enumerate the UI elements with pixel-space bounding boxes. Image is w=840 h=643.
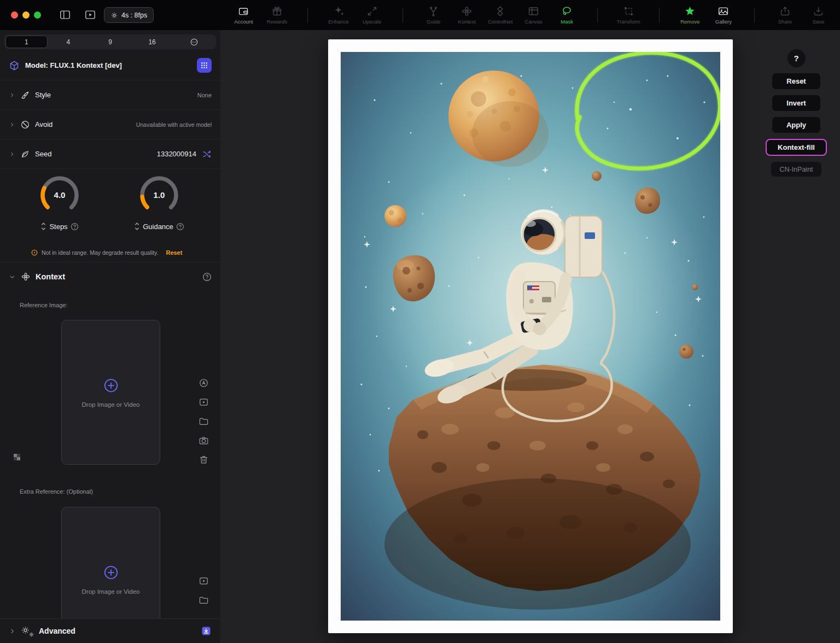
mask-apply-button[interactable]: Apply (772, 117, 820, 133)
kontext-fill-button[interactable]: Kontext-fill (766, 139, 827, 156)
chevron-right-icon (9, 628, 16, 635)
toolbar-divider (659, 8, 660, 23)
style-value: None (197, 92, 212, 98)
sampler-settings: 4.0 Steps 1.0 Guidance (0, 169, 220, 262)
toolbar-item-mask[interactable]: Mask (551, 5, 583, 25)
canvas-image[interactable] (328, 39, 733, 633)
toolbar-item-remove[interactable]: Remove (674, 5, 706, 25)
sidebar-toggle-icon[interactable] (59, 9, 71, 21)
warning-text: Not in ideal range. May degrade result q… (42, 249, 158, 256)
photo-icon[interactable] (199, 397, 209, 407)
video-icon[interactable] (84, 9, 96, 21)
batch-option-more[interactable] (173, 36, 215, 48)
import-purple-icon[interactable] (201, 626, 212, 636)
toolbar-divider (402, 8, 403, 23)
question-icon[interactable] (176, 223, 184, 231)
dropzone-label: Drop Image or Video (82, 401, 140, 408)
app-window: 4s : 8fps Account Rewards Enhance (0, 0, 840, 643)
batch-size-segmented-control: 1 4 9 16 (4, 34, 216, 49)
chevron-right-icon (9, 151, 15, 157)
trash-icon[interactable] (199, 454, 209, 465)
guide-branch-icon (428, 5, 439, 17)
duration-fps-control[interactable]: 4s : 8fps (104, 7, 154, 23)
toolbar-divider (307, 8, 308, 23)
advanced-section-header[interactable]: Advanced (0, 618, 220, 643)
warning-reset-link[interactable]: Reset (166, 249, 182, 256)
camera-icon[interactable] (199, 435, 209, 446)
toolbar-item-gallery[interactable]: Gallery (707, 5, 739, 25)
wallet-icon (238, 5, 249, 17)
toolbar-item-upscale[interactable]: Upscale (356, 5, 388, 25)
toolbar-item-transform[interactable]: Transform (612, 5, 645, 25)
model-row[interactable]: Model: FLUX.1 Kontext [dev] (0, 51, 220, 80)
question-icon[interactable] (202, 272, 212, 282)
toolbar-item-guide[interactable]: Guide (417, 5, 450, 25)
range-warning: Not in ideal range. May degrade result q… (31, 249, 215, 256)
batch-option-4[interactable]: 4 (48, 36, 90, 48)
toolbar-item-enhance[interactable]: Enhance (323, 5, 355, 25)
seed-row[interactable]: Seed 1332000914 (0, 139, 220, 169)
toolbar-item-share[interactable]: Share (769, 5, 801, 25)
star-icon (684, 5, 696, 17)
zoom-window-button[interactable] (34, 11, 41, 19)
avoid-value: Unavailable with active model (136, 121, 212, 128)
stepper-icon[interactable] (134, 221, 140, 231)
prohibit-icon (20, 120, 30, 130)
avoid-row[interactable]: Avoid Unavailable with active model (0, 110, 220, 139)
style-row[interactable]: Style None (0, 80, 220, 110)
close-window-button[interactable] (11, 11, 18, 19)
mask-reset-button[interactable]: Reset (772, 73, 820, 89)
titlebar: 4s : 8fps Account Rewards Enhance (0, 0, 840, 30)
advanced-label: Advanced (39, 627, 75, 635)
toolbar-item-controlnet[interactable]: ControlNet (484, 5, 516, 25)
model-name: Model: FLUX.1 Kontext [dev] (25, 61, 122, 69)
guidance-label: Guidance (143, 223, 173, 231)
reference-image-dropzone[interactable]: Drop Image or Video (61, 320, 160, 465)
batch-option-1[interactable]: 1 (5, 36, 48, 48)
toolbar-item-canvas[interactable]: Canvas (517, 5, 550, 25)
letter-a-circle-icon[interactable] (199, 378, 209, 388)
model-grid-button[interactable] (197, 58, 212, 73)
canvas-grid-icon (528, 5, 539, 17)
folder-icon[interactable] (199, 416, 209, 426)
toolbar-item-kontext[interactable]: Kontext (451, 5, 483, 25)
shuffle-icon[interactable] (202, 149, 212, 159)
minimize-window-button[interactable] (22, 11, 30, 19)
cn-inpaint-button[interactable]: CN-InPaint (771, 162, 821, 177)
stepper-icon[interactable] (40, 221, 46, 231)
mask-help-button[interactable]: ? (788, 49, 806, 67)
reference-tools-rail (199, 378, 209, 465)
flower-icon (21, 272, 31, 282)
guidance-knob[interactable]: 1.0 Guidance (128, 172, 190, 231)
save-icon (813, 5, 824, 17)
main-toolbar: Account Rewards Enhance Upscale (228, 0, 835, 30)
gear-icon (110, 11, 118, 19)
batch-option-16[interactable]: 16 (131, 36, 173, 48)
chevron-down-icon (9, 273, 16, 280)
toolbar-item-save[interactable]: Save (802, 5, 835, 25)
brush-icon (20, 90, 30, 100)
steps-label: Steps (49, 223, 67, 231)
kontext-section-header[interactable]: Kontext (0, 262, 220, 291)
mask-invert-button[interactable]: Invert (772, 95, 820, 111)
transform-handles-icon (623, 5, 634, 17)
steps-value: 4.0 (54, 190, 66, 200)
settings-sidebar: 1 4 9 16 Model: FLUX.1 Kontext [dev] Sty… (0, 30, 220, 643)
extra-reference-label: Extra Reference: (Optional) (20, 488, 93, 495)
chevron-right-icon (9, 92, 15, 98)
mask-tools-panel: ? Reset Invert Apply Kontext-fill CN-InP… (761, 49, 832, 177)
steps-knob[interactable]: 4.0 Steps (28, 172, 91, 231)
question-icon[interactable] (71, 223, 79, 231)
toolbar-item-rewards[interactable]: Rewards (261, 5, 293, 25)
batch-option-9[interactable]: 9 (89, 36, 131, 48)
toolbar-item-account[interactable]: Account (228, 5, 260, 25)
extra-reference-tools-rail (199, 576, 209, 605)
canvas-area[interactable]: ? Reset Invert Apply Kontext-fill CN-InP… (220, 30, 840, 643)
toolbar-divider (754, 8, 755, 23)
transparency-checkerboard-icon[interactable] (12, 452, 22, 462)
folder-icon[interactable] (199, 595, 209, 605)
photo-icon[interactable] (199, 576, 209, 586)
chevron-right-icon (9, 121, 15, 128)
lasso-icon (561, 5, 573, 17)
kontext-title: Kontext (36, 272, 65, 281)
